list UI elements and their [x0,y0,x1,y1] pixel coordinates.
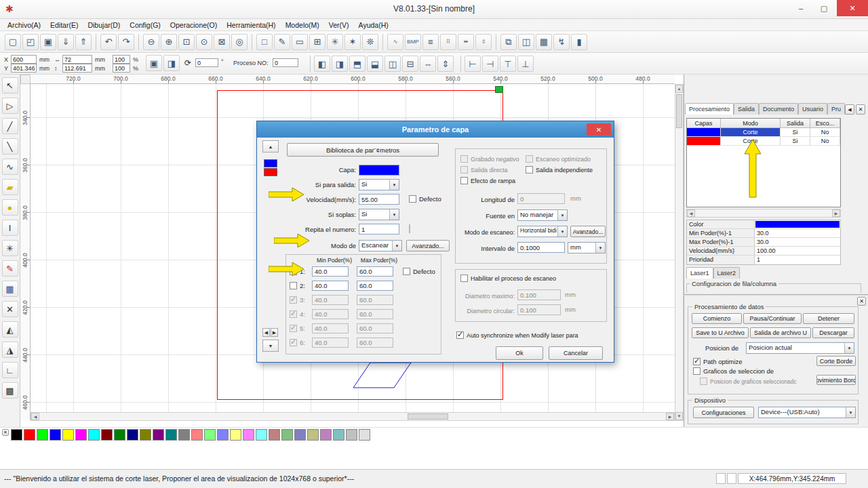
menu-item[interactable]: Ver(V) [324,20,354,30]
pencil-tool-icon[interactable]: ✎ [2,260,18,277]
stop-button[interactable]: Detener [803,313,854,324]
height-input[interactable]: 112.691 [62,64,92,73]
download-button[interactable]: Descargar [812,327,854,338]
zoom-out-icon[interactable]: ⊖ [143,34,159,50]
device-select[interactable]: Device---(USB:Auto)▼ [758,407,856,418]
parallelogram-shape[interactable] [351,361,414,390]
layer-swatch-blue[interactable] [264,159,277,167]
same-width-icon[interactable]: ⇔ [420,56,436,72]
align-left-icon[interactable]: ◧ [314,56,330,72]
delete-tool-icon[interactable]: ✕ [2,301,18,317]
attach-left-icon[interactable]: ⊢ [465,56,481,72]
dialog-close-button[interactable]: ✕ [587,123,611,136]
layer-mode-cell[interactable]: Corte [721,128,781,136]
cancel-button[interactable]: Cancelar [549,346,603,360]
proceso-input[interactable]: 0 [273,58,298,67]
mode-select[interactable]: Escanear▼ [359,240,402,251]
layer-output-cell[interactable]: Si [781,128,810,136]
rectangle-tool-icon[interactable]: ▰ [2,179,18,195]
align-top-icon[interactable]: ⬒ [349,56,366,72]
simulate-icon[interactable]: ⊞ [309,34,326,50]
power-default-checkbox[interactable] [403,268,410,275]
distribute-h-icon[interactable]: ⇹ [458,34,474,50]
new-file-icon[interactable]: ▢ [5,34,21,50]
menu-item[interactable]: Operacione(O) [165,20,222,30]
palette-swatch[interactable] [281,429,293,441]
menu-item[interactable]: Modelo(M) [281,20,324,30]
canvas-horizontal-scrollbar[interactable]: ◀ ▶ [31,412,675,421]
optimized-scan-checkbox[interactable] [526,155,533,163]
rotate-input[interactable]: 0 [195,58,218,67]
column-header-modo[interactable]: Modo [721,119,781,128]
palette-swatch[interactable] [88,429,100,441]
render-mode-3-icon[interactable]: ❊ [362,34,378,50]
device-config-button[interactable]: Configuraciones [693,407,754,418]
data-column-icon[interactable]: ▮ [571,34,587,50]
repeat-checkbox[interactable] [409,224,410,233]
palette-swatch[interactable] [230,429,241,441]
tab-salida[interactable]: Salida [734,103,759,115]
layer-hide-cell[interactable]: No [810,128,840,136]
y-position-input[interactable]: 401.346 [11,64,37,73]
speed-default-checkbox[interactable] [409,195,416,203]
menu-item[interactable]: Ayuda(H) [354,20,393,30]
maximize-button[interactable]: ▢ [812,0,835,16]
palette-swatch[interactable] [50,429,61,441]
laser3-enable-checkbox[interactable] [290,296,297,304]
undo-icon[interactable]: ↶ [100,34,117,50]
manual-laser-icon[interactable]: ↯ [553,34,570,50]
pause-continue-button[interactable]: Pausa/Continuar [743,313,802,324]
align-center-v-icon[interactable]: ⊟ [402,56,418,72]
ok-button[interactable]: Ok [496,346,543,360]
enable-scan-process-checkbox[interactable] [460,274,468,282]
layer-scroll-right-icon[interactable]: ▶ [271,328,278,337]
laser2-enable-checkbox[interactable] [290,282,297,289]
independent-output-checkbox[interactable] [526,166,533,174]
print-icon[interactable]: ⧉ [500,34,517,50]
tab-laser2[interactable]: Laser2 [713,267,741,279]
output-select[interactable]: Si▼ [359,179,399,190]
scale-y-input[interactable]: 100 [113,64,130,73]
curve-smooth-icon[interactable]: ∿ [387,34,403,50]
scale-lock-icon[interactable]: ▣ [146,55,162,71]
polyline-tool-icon[interactable]: ╲ [2,138,18,155]
data-panel-close-icon[interactable]: ✕ [857,297,866,306]
redo-icon[interactable]: ↷ [118,34,134,50]
mode-advanced-button[interactable]: Avanzado... [406,240,450,251]
palette-swatch[interactable] [153,429,164,441]
circle-diameter-input[interactable]: 0.100 [517,304,561,315]
width-input[interactable]: 72 [62,55,92,64]
palette-swatch[interactable] [204,429,216,441]
auto-sync-checkbox[interactable] [456,331,464,339]
node-edit-tool-icon[interactable]: ▷ [2,98,18,114]
layer-output-cell[interactable]: Si [781,137,810,145]
scroll-left-icon[interactable]: ◀ [31,413,39,420]
export-file-icon[interactable]: ⇑ [75,34,92,50]
capture-tool-icon[interactable]: ▦ [2,281,18,297]
menu-item[interactable]: Editar(E) [45,20,83,30]
laser5-enable-checkbox[interactable] [290,325,297,332]
max-power-6-input[interactable]: 60.0 [357,338,393,348]
palette-swatch[interactable] [75,429,87,441]
layer-color-cell[interactable] [687,137,721,145]
same-height-icon[interactable]: ⇕ [437,56,454,72]
node-edit-icon[interactable]: ⠿ [440,34,456,50]
palette-swatch[interactable] [320,429,332,441]
line-tool-icon[interactable]: ╱ [2,118,18,134]
interval-unit-select[interactable]: mm▼ [568,242,606,253]
select-tool-icon[interactable]: ↖ [2,77,18,94]
min-power-6-input[interactable]: 40.0 [312,338,349,348]
bmp-tool-icon[interactable]: BMP [405,34,421,50]
position-select[interactable]: Posicion actual▼ [746,342,854,354]
draw-check-icon[interactable]: ✎ [274,34,290,50]
selected-graphics-checkbox[interactable] [693,367,701,375]
zoom-window-icon[interactable]: ⊡ [178,34,195,50]
distribute-v-icon[interactable]: ⇳ [475,34,492,50]
scale-x-input[interactable]: 100 [113,55,130,64]
stop-render-icon[interactable]: □ [256,34,273,50]
layer-row-blue[interactable]: Corte Si No [687,128,840,137]
layer-table-scrollbar[interactable]: ◀ ▶ [686,209,841,218]
parameter-library-button[interactable]: Biblioteca de par¨¢metros [287,143,439,157]
repeat-input[interactable]: 1 [359,224,399,235]
palette-swatch[interactable] [307,429,319,441]
